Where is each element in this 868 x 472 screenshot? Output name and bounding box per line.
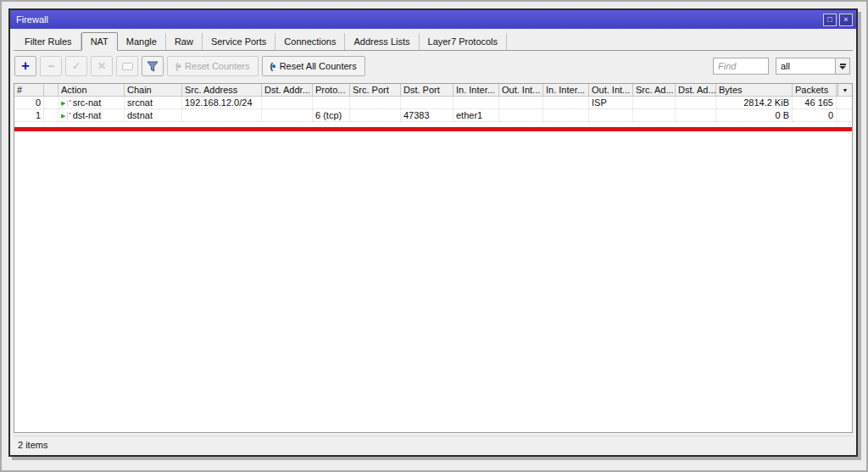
column-header-src-address-list[interactable]: Src. Ad... [633, 84, 676, 96]
cell-src-address [182, 109, 262, 122]
column-header-number[interactable]: # [14, 84, 44, 96]
cell-protocol [313, 97, 350, 109]
reset-counters-button[interactable]: (● Reset Counters [167, 56, 259, 76]
reset-all-counters-label: Reset All Counters [280, 61, 357, 71]
check-icon: ✓ [72, 60, 81, 72]
cell-filler [837, 109, 852, 122]
cell-protocol: 6 (tcp) [313, 109, 350, 122]
cell-flags [44, 97, 58, 109]
cell-out-interface-list: ISP [589, 97, 633, 109]
cell-out-interface [499, 109, 543, 122]
cell-dst-port [401, 97, 453, 109]
tab-mangle[interactable]: Mangle [118, 33, 166, 50]
comment-icon [122, 63, 133, 70]
remove-button[interactable]: − [40, 56, 62, 76]
cell-packets: 46 165 [793, 97, 837, 109]
column-header-src-address[interactable]: Src. Address [182, 84, 262, 96]
tab-raw[interactable]: Raw [166, 33, 203, 50]
column-header-dst-port[interactable]: Dst. Port [401, 84, 453, 96]
cell-src-address: 192.168.12.0/24 [182, 97, 262, 109]
nat-action-icon: ' [70, 99, 71, 106]
cell-src-port [350, 109, 401, 122]
plus-icon: + [21, 60, 30, 72]
find-input[interactable] [713, 58, 769, 75]
cell-dst-address [262, 97, 313, 109]
window-content: Filter Rules NAT Mangle Raw Service Port… [10, 29, 856, 455]
cell-filler [837, 97, 852, 109]
filter-scope-value: all [776, 58, 835, 74]
screen: Firewall □ × Filter Rules NAT Mangle Raw… [0, 0, 868, 472]
table-row[interactable]: 0 ▶ | ' src-nat srcnat 192.168.12.0/24 [14, 97, 852, 109]
column-header-packets[interactable]: Packets [793, 84, 837, 96]
tab-filter-rules[interactable]: Filter Rules [16, 33, 81, 50]
action-separator: | [66, 112, 68, 119]
empty-list-area[interactable] [14, 131, 852, 432]
cell-dst-port: 47383 [401, 109, 453, 122]
minus-icon: − [47, 61, 54, 71]
x-icon: ✕ [97, 60, 106, 72]
disable-button[interactable]: ✕ [91, 56, 113, 76]
action-separator: | [66, 99, 68, 107]
cell-bytes: 0 B [716, 109, 793, 122]
cell-dst-address [262, 109, 313, 122]
close-button[interactable]: × [839, 14, 853, 26]
reset-all-counters-button[interactable]: (● Reset All Counters [262, 56, 365, 76]
column-header-flags[interactable] [44, 84, 58, 96]
window-controls: □ × [823, 14, 853, 26]
titlebar[interactable]: Firewall □ × [10, 10, 856, 29]
column-header-out-interface[interactable]: Out. Int... [499, 84, 543, 96]
column-header-in-interface-list[interactable]: In. Inter... [543, 84, 589, 96]
filter-scope-select[interactable]: all [776, 58, 850, 75]
column-selector-button[interactable]: ▼ [837, 84, 852, 96]
cell-chain: srcnat [125, 97, 182, 109]
cell-number: 1 [14, 109, 44, 122]
cell-in-interface [453, 97, 499, 109]
rule-enabled-icon: ▶ [61, 113, 65, 119]
cell-src-address-list [633, 109, 676, 122]
cell-in-interface-list [543, 109, 589, 122]
column-header-chain[interactable]: Chain [125, 84, 182, 96]
cell-action: ▶ | ' src-nat [58, 97, 125, 109]
table-row[interactable]: 1 ▶ | ' dst-nat dstnat 6 (tcp) 47383 eth… [14, 109, 852, 122]
column-header-src-port[interactable]: Src. Port [350, 84, 401, 96]
dropdown-button[interactable] [835, 58, 849, 74]
cell-in-interface: ether1 [453, 109, 499, 122]
dropdown-icon [840, 64, 846, 65]
window-title: Firewall [16, 14, 48, 25]
reset-all-counters-icon: (● [270, 61, 275, 71]
maximize-button[interactable]: □ [823, 14, 837, 26]
cell-action: ▶ | ' dst-nat [58, 109, 125, 122]
reset-counters-icon: (● [175, 61, 181, 71]
column-header-action[interactable]: Action [58, 84, 125, 96]
column-header-dst-address-list[interactable]: Dst. Ad... [676, 84, 716, 96]
cell-packets: 0 [793, 109, 837, 122]
comment-button[interactable] [116, 56, 138, 76]
column-header-protocol[interactable]: Proto... [313, 84, 350, 96]
tab-layer7-protocols[interactable]: Layer7 Protocols [420, 33, 508, 50]
nat-rules-table[interactable]: # Action Chain Src. Address Dst. Addr...… [14, 83, 853, 433]
add-button[interactable]: + [14, 56, 36, 76]
tab-address-lists[interactable]: Address Lists [345, 33, 419, 50]
cell-flags [44, 109, 58, 122]
enable-button[interactable]: ✓ [65, 56, 87, 76]
item-count: 2 items [18, 440, 47, 450]
reset-counters-label: Reset Counters [185, 61, 249, 71]
column-header-bytes[interactable]: Bytes [716, 84, 793, 96]
cell-bytes: 2814.2 KiB [716, 97, 793, 109]
action-label: src-nat [73, 97, 102, 108]
filter-button[interactable] [142, 56, 164, 76]
column-header-in-interface[interactable]: In. Inter... [453, 84, 499, 96]
tab-connections[interactable]: Connections [275, 33, 345, 50]
tab-strip: Filter Rules NAT Mangle Raw Service Port… [14, 32, 853, 51]
cell-chain: dstnat [125, 109, 182, 122]
rule-enabled-icon: ▶ [61, 100, 65, 106]
cell-src-port [350, 97, 401, 109]
tab-nat[interactable]: NAT [81, 32, 118, 51]
status-bar: 2 items [14, 436, 853, 452]
cell-dst-address-list [676, 109, 716, 122]
cell-out-interface [499, 97, 543, 109]
cell-out-interface-list [589, 109, 633, 122]
column-header-dst-address[interactable]: Dst. Addr... [262, 84, 313, 96]
tab-service-ports[interactable]: Service Ports [203, 33, 275, 50]
column-header-out-interface-list[interactable]: Out. Int... [589, 84, 633, 96]
